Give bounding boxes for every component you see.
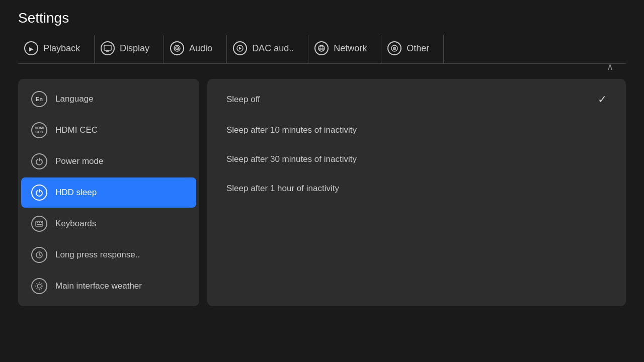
svg-marker-12 [239, 47, 242, 50]
option-sleep-10[interactable]: Sleep after 10 minutes of inactivity [211, 116, 622, 144]
svg-line-35 [41, 284, 42, 285]
network-icon [314, 41, 329, 55]
hdmi-icon: HDMICEC [31, 122, 47, 138]
option-sleep-30[interactable]: Sleep after 30 minutes of inactivity [211, 145, 622, 173]
svg-line-34 [41, 288, 42, 289]
option-sleep-off[interactable]: Sleep off ✓ [211, 84, 622, 115]
sidebar-item-weather[interactable]: Main interface weather [21, 271, 196, 301]
tab-audio[interactable]: Audio [164, 35, 227, 63]
svg-rect-26 [37, 224, 42, 225]
tab-network-label: Network [334, 43, 367, 54]
sidebar-item-long-press[interactable]: Long press response.. [21, 240, 196, 270]
checkmark-icon: ✓ [598, 93, 607, 106]
keyboard-icon [31, 216, 47, 232]
sidebar-item-hdmi-cec[interactable]: HDMICEC HDMI CEC [21, 115, 196, 145]
svg-point-28 [37, 284, 41, 288]
tab-display-label: Display [120, 43, 149, 54]
tab-audio-label: Audio [189, 43, 212, 54]
options-panel: Sleep off ✓ Sleep after 10 minutes of in… [207, 79, 626, 306]
sidebar-label-power: Power mode [55, 156, 103, 166]
play-icon [24, 41, 38, 55]
sidebar-item-hdd-sleep[interactable]: HDD sleep [21, 177, 196, 208]
svg-rect-22 [36, 221, 43, 226]
sidebar-item-keyboards[interactable]: Keyboards [21, 209, 196, 239]
tab-dac[interactable]: DAC aud.. [227, 35, 308, 63]
header: Settings Playback Display [0, 0, 644, 64]
sidebar-label-language: Language [55, 94, 94, 104]
tab-other-label: Other [407, 43, 429, 54]
sidebar-item-language[interactable]: En Language [21, 84, 196, 114]
svg-rect-0 [104, 45, 111, 50]
longpress-icon [31, 247, 47, 263]
svg-point-6 [177, 48, 178, 49]
settings-sidebar: En Language HDMICEC HDMI CEC Power mode [18, 79, 199, 306]
svg-line-33 [37, 284, 38, 285]
chevron-up-icon: ∧ [604, 63, 616, 70]
tab-other[interactable]: Other [381, 35, 444, 63]
sidebar-label-hdmi: HDMI CEC [55, 125, 98, 135]
option-sleep-1h[interactable]: Sleep after 1 hour of inactivity [211, 174, 622, 203]
tab-playback[interactable]: Playback [18, 35, 95, 63]
tab-display[interactable]: Display [95, 35, 164, 63]
lang-icon: En [31, 91, 47, 107]
dac-icon [233, 41, 247, 55]
tab-network[interactable]: Network [308, 35, 381, 63]
other-icon [387, 41, 401, 55]
option-sleep-1h-label: Sleep after 1 hour of inactivity [226, 184, 339, 194]
option-sleep-30-label: Sleep after 30 minutes of inactivity [226, 154, 357, 164]
svg-line-36 [37, 288, 38, 289]
sidebar-label-longpress: Long press response.. [55, 250, 140, 260]
sidebar-label-weather: Main interface weather [55, 281, 142, 291]
main-content: En Language HDMICEC HDMI CEC Power mode [0, 69, 644, 316]
sidebar-label-hdd: HDD sleep [55, 188, 97, 198]
weather-icon [31, 278, 47, 294]
option-sleep-10-label: Sleep after 10 minutes of inactivity [226, 125, 357, 135]
hdd-icon [31, 185, 47, 201]
sidebar-label-keyboards: Keyboards [55, 219, 96, 229]
tab-playback-label: Playback [43, 43, 80, 54]
audio-icon [170, 41, 184, 55]
tab-dac-label: DAC aud.. [252, 43, 294, 54]
svg-rect-23 [37, 222, 38, 223]
page-title: Settings [18, 10, 626, 26]
power-icon [31, 153, 47, 169]
display-icon [101, 41, 115, 55]
svg-rect-25 [41, 222, 42, 223]
sidebar-item-power-mode[interactable]: Power mode [21, 146, 196, 176]
svg-rect-24 [39, 222, 40, 223]
nav-tabs: Playback Display [18, 35, 626, 64]
option-sleep-off-label: Sleep off [226, 95, 260, 105]
